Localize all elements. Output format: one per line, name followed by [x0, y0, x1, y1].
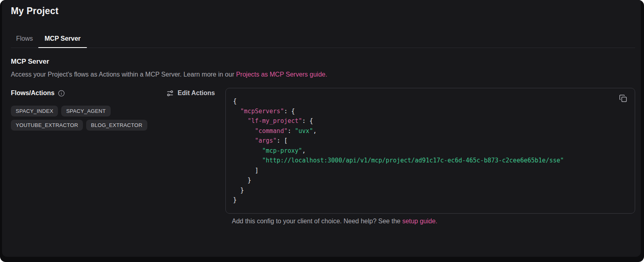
main-panel: My Project Flows MCP Server MCP Server A…: [2, 0, 641, 257]
config-column: { "mcpServers": { "lf-my_project": { "co…: [225, 88, 635, 225]
edit-actions-button[interactable]: Edit Actions: [166, 89, 215, 97]
section-description-text: Access your Project's flows as Actions w…: [11, 71, 236, 78]
setup-guide-link[interactable]: setup guide.: [402, 218, 437, 225]
projects-guide-link[interactable]: Projects as MCP Servers guide.: [236, 71, 327, 78]
section-description: Access your Project's flows as Actions w…: [11, 70, 635, 79]
code-content: { "mcpServers": { "lf-my_project": { "co…: [233, 96, 627, 205]
flow-tag: SPACY_INDEX: [11, 106, 58, 116]
settings-sliders-icon: [166, 89, 174, 97]
setup-hint-text: Add this config to your client of choice…: [232, 218, 402, 225]
app-screen: My Project Flows MCP Server MCP Server A…: [0, 0, 644, 262]
content-row: Flows/Actions: [11, 88, 635, 225]
setup-hint: Add this config to your client of choice…: [225, 218, 635, 225]
flows-actions-header: Flows/Actions: [11, 88, 215, 98]
flow-tag: YOUTUBE_EXTRACTOR: [11, 120, 83, 131]
flows-actions-label: Flows/Actions: [11, 89, 54, 97]
copy-icon: [619, 94, 627, 102]
flow-tag: SPACY_AGENT: [61, 106, 110, 116]
edit-actions-label: Edit Actions: [178, 89, 215, 97]
flow-tag: BLOG_EXTRACTOR: [86, 120, 147, 131]
info-icon[interactable]: [58, 90, 65, 97]
page-title: My Project: [11, 6, 635, 17]
flows-actions-column: Flows/Actions: [11, 88, 215, 131]
section-title: MCP Server: [11, 58, 635, 66]
tab-flows[interactable]: Flows: [11, 31, 38, 48]
tab-bar: Flows MCP Server: [11, 31, 635, 48]
copy-button[interactable]: [618, 94, 628, 103]
flow-tags: SPACY_INDEX SPACY_AGENT YOUTUBE_EXTRACTO…: [11, 106, 184, 131]
config-code-block: { "mcpServers": { "lf-my_project": { "co…: [225, 88, 635, 214]
tab-mcp-server[interactable]: MCP Server: [38, 31, 87, 48]
